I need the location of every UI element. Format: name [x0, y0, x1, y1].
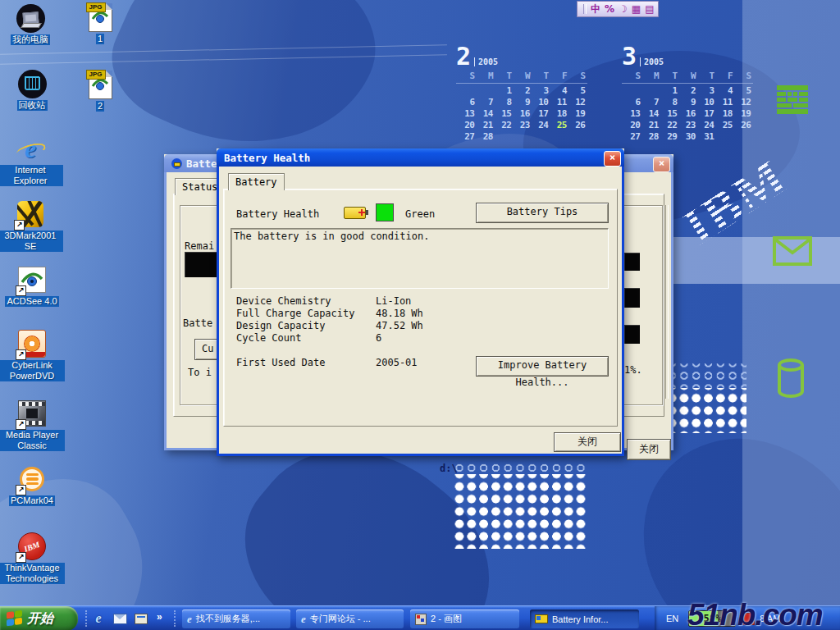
- calendar-day: 12: [567, 97, 586, 108]
- shortcut-arrow-icon: ↗: [16, 349, 26, 360]
- battery-gauge: [624, 288, 640, 308]
- page-fold: [106, 71, 112, 77]
- quicklaunch-show-desktop-icon[interactable]: [133, 610, 149, 627]
- calendar-day: 7: [475, 97, 494, 108]
- battery-gauge: [185, 252, 219, 277]
- calendar-day: 2: [678, 85, 696, 97]
- desktop-icon-jpg-1[interactable]: JPG 1: [67, 2, 133, 44]
- calendar-day: 2: [512, 85, 531, 97]
- desktop-icon-internet-explorer[interactable]: e Internet Explorer: [0, 134, 63, 186]
- close-icon[interactable]: ×: [653, 157, 670, 172]
- calendar-month: 2: [456, 44, 471, 69]
- calendar-day: 16: [512, 108, 531, 120]
- close-button[interactable]: 关闭: [627, 439, 671, 460]
- icon-label: 1: [96, 34, 104, 44]
- desktop-icon-acdsee[interactable]: ↗ ACDSee 4.0: [0, 265, 65, 307]
- desktop: IBM d:\ 22005 SMTWTFS1234567891011121314…: [0, 0, 840, 630]
- task-button-ie-1[interactable]: e 找不到服务器,...: [182, 609, 290, 628]
- calendar-day: 4: [549, 85, 568, 97]
- condition-textbox[interactable]: The battery is in good condition.: [231, 228, 609, 289]
- taskbar-separator: [174, 610, 176, 627]
- shortcut-arrow-icon: ↗: [14, 220, 25, 231]
- first-used-label: First Used Date: [236, 357, 325, 368]
- calendar-day: 9: [512, 97, 531, 108]
- start-button[interactable]: 开始: [0, 606, 78, 630]
- dialog-titlebar[interactable]: Battery Health ×: [217, 148, 624, 167]
- calendar-day: 25: [714, 120, 733, 131]
- calendar-day-header: M: [475, 71, 494, 83]
- calendar-day: 6: [622, 97, 641, 108]
- punctuation-mode-icon[interactable]: ☽: [619, 4, 628, 14]
- health-status-swatch: [376, 203, 394, 221]
- calendar-day: 1: [659, 85, 678, 97]
- calendar-day: 28: [641, 131, 660, 143]
- ie-icon: e: [301, 613, 306, 626]
- calendar-day: 14: [641, 108, 660, 120]
- dot-grid: [453, 462, 587, 474]
- calendar-day: [733, 131, 751, 143]
- quicklaunch-outlook-express-icon[interactable]: [112, 610, 128, 627]
- ime-drag-handle[interactable]: [583, 4, 587, 14]
- halfwidth-mode-icon[interactable]: %: [605, 4, 614, 14]
- dot-grid: [453, 474, 587, 549]
- language-indicator[interactable]: EN: [666, 614, 678, 623]
- improve-battery-health-button[interactable]: Improve Battery Health...: [476, 356, 609, 377]
- calendar-day-header: F: [549, 71, 568, 83]
- desktop-icon-jpg-2[interactable]: JPG 2: [67, 70, 133, 112]
- calendar-year: 2005: [474, 57, 498, 66]
- info-value: 48.18 Wh: [376, 308, 423, 319]
- page-fold: [106, 3, 112, 10]
- calendar-day: 31: [696, 131, 714, 143]
- recycle-bin-icon: [18, 70, 47, 98]
- calendar-day: 8: [493, 97, 512, 108]
- wallpaper-line: [0, 44, 447, 54]
- close-icon[interactable]: ×: [604, 151, 621, 167]
- calendar-day: 9: [678, 97, 696, 108]
- desktop-icon-my-computer[interactable]: 我的电脑: [0, 3, 63, 45]
- calendar-month: 3: [622, 44, 637, 69]
- spreadsheet-grid-icon: [777, 85, 808, 114]
- quicklaunch-overflow-chevron[interactable]: »: [157, 611, 162, 623]
- calendar-day: 26: [567, 120, 586, 131]
- calendar-day: [714, 131, 733, 143]
- icon-label: Internet Explorer: [0, 165, 63, 186]
- calendar-day: 27: [622, 131, 641, 143]
- close-button[interactable]: 关闭: [554, 432, 621, 452]
- icon-label: Media Player Classic: [0, 430, 65, 451]
- ime-menu-icon[interactable]: ▤: [645, 4, 654, 14]
- task-button-ie-2[interactable]: e 专门网论坛 - ...: [296, 609, 404, 628]
- shortcut-arrow-icon: ↗: [16, 285, 26, 296]
- icon-label: ThinkVantage Technologies: [0, 563, 65, 584]
- desktop-icon-media-player-classic[interactable]: ↗ Media Player Classic: [0, 399, 65, 451]
- task-button-battery-information[interactable]: Battery Infor...: [530, 609, 639, 628]
- task-button-paint[interactable]: 2 - 画图: [410, 609, 519, 628]
- calendar-day: [641, 85, 660, 97]
- desktop-icon-recycle-bin[interactable]: 回收站: [0, 69, 65, 111]
- calendar-day-header: S: [456, 71, 475, 83]
- battery-warning-icon: [171, 158, 182, 169]
- desktop-icon-thinkvantage[interactable]: IBM ↗ ThinkVantage Technologies: [0, 532, 65, 584]
- calendar-day: 6: [456, 97, 475, 108]
- calendar-day: [567, 131, 586, 143]
- desktop-icon-powerdvd[interactable]: ↗ CyberLink PowerDVD: [0, 329, 65, 381]
- info-value: 47.52 Wh: [376, 320, 423, 331]
- calendar-day-header: M: [641, 71, 660, 83]
- chinese-mode-icon[interactable]: 中: [591, 4, 600, 14]
- calendar-day: 27: [456, 131, 475, 143]
- calendar-day: 5: [733, 85, 751, 97]
- calendar-day: [475, 85, 494, 97]
- calendar-day: 18: [549, 108, 568, 120]
- quicklaunch-ie-icon[interactable]: e: [90, 610, 107, 627]
- soft-keyboard-icon[interactable]: ▦: [632, 4, 641, 14]
- calendar-day: 22: [659, 120, 678, 131]
- calendar-year: 2005: [640, 57, 664, 66]
- wallpaper-line: [0, 54, 447, 64]
- desktop-icon-3dmark2001[interactable]: ↗ 3DMark2001 SE: [0, 199, 63, 252]
- ime-language-bar[interactable]: 中 % ☽ ▦ ▤: [577, 1, 659, 17]
- battery-health-label: Battery Health: [236, 208, 319, 220]
- jpg-badge: JPG: [86, 70, 106, 80]
- photo-watermark: 51nb.com: [687, 598, 823, 630]
- tab-battery[interactable]: Battery: [228, 173, 285, 190]
- battery-tips-button[interactable]: Battery Tips: [476, 203, 609, 223]
- desktop-icon-pcmark04[interactable]: ↗ PCMark04: [0, 464, 65, 506]
